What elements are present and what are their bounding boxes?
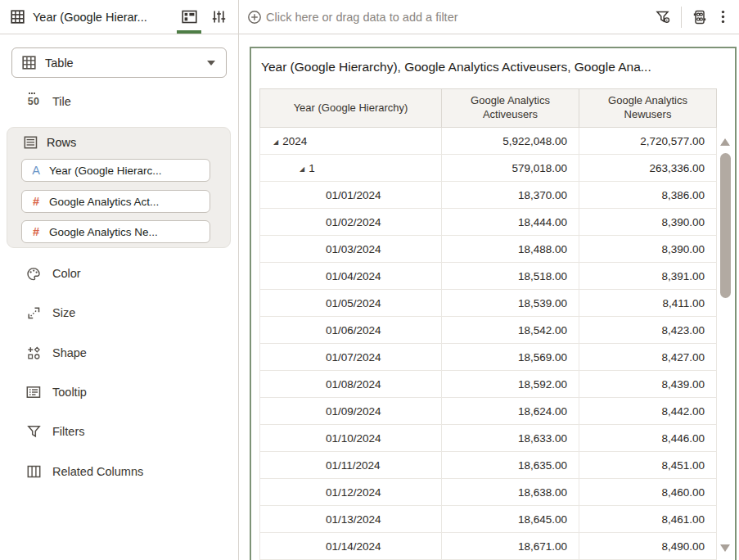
row-label-cell: ◢01/05/2024	[260, 290, 442, 317]
row-label-text: 01/05/2024	[326, 297, 381, 309]
scrollbar-thumb[interactable]	[720, 153, 731, 298]
grammar-panel-icon	[182, 10, 197, 24]
row-label-text: 2024	[282, 135, 307, 147]
table-row[interactable]: ◢01/04/2024 18,518.00 8,391.00	[260, 263, 717, 290]
cell-newusers: 8,442.00	[579, 398, 717, 425]
column-header-newusers[interactable]: Google Analytics Newusers	[579, 89, 717, 128]
pill-label: Year (Google Hierarc...	[49, 165, 162, 177]
table-viz-icon	[11, 10, 25, 24]
add-filter-dropzone[interactable]: Click here or drag data to add a filter	[247, 10, 650, 25]
viz-type-dropdown[interactable]: Table	[11, 47, 227, 78]
viz-header: Year (Google Hierar...	[0, 0, 239, 34]
scroll-down-arrow-icon[interactable]	[720, 544, 730, 552]
more-options-button[interactable]	[713, 4, 732, 30]
cell-activeusers: 18,518.00	[442, 263, 579, 290]
row-label-cell: ◢01/06/2024	[260, 317, 442, 344]
data-settings-button[interactable]	[687, 4, 713, 30]
tile-label: Tile	[52, 95, 71, 108]
table-row[interactable]: ◢01/07/2024 18,569.00 8,427.00	[260, 344, 717, 371]
drop-target-filters[interactable]: Filters	[0, 418, 238, 445]
table-header-row: Year (Google Hierarchy) Google Analytics…	[260, 89, 717, 128]
filter-bar: Click here or drag data to add a filter	[240, 0, 739, 34]
row-label-cell: ◢01/02/2024	[260, 209, 442, 236]
tooltip-icon	[25, 386, 43, 399]
filter-settings-button[interactable]	[650, 4, 676, 30]
table-row[interactable]: ◢01/01/2024 18,370.00 8,386.00	[260, 182, 717, 209]
row-label-text: 01/12/2024	[326, 486, 381, 499]
table-viz-icon	[22, 56, 36, 70]
tab-properties-panel[interactable]	[204, 0, 233, 34]
grammar-panel: Table 50 Tile Rows A Y	[0, 34, 239, 560]
row-label-text: 01/03/2024	[326, 243, 381, 255]
tile-icon: 50	[25, 96, 43, 107]
expand-triangle-icon[interactable]: ◢	[273, 138, 278, 146]
drop-target-shape[interactable]: Shape	[0, 340, 238, 366]
table-row[interactable]: ◢01/12/2024 18,638.00 8,460.00	[260, 479, 717, 506]
pill-label: Google Analytics Ne...	[49, 226, 158, 238]
row-label-text: 01/04/2024	[326, 270, 381, 282]
table-row[interactable]: ◢01/06/2024 18,542.00 8,423.00	[260, 317, 717, 344]
table-row[interactable]: ◢01/03/2024 18,488.00 8,390.00	[260, 236, 717, 263]
drop-target-color[interactable]: Color	[0, 260, 238, 287]
rows-drop-area[interactable]: Rows A Year (Google Hierarc... # Google …	[7, 127, 231, 248]
table-row[interactable]: ◢2024 5,922,048.00 2,720,577.00	[260, 128, 717, 155]
vertical-scrollbar[interactable]	[719, 138, 732, 552]
table-row[interactable]: ◢01/13/2024 18,645.00 8,461.00	[260, 506, 717, 533]
tab-grammar-panel[interactable]	[174, 0, 204, 34]
row-label-cell: ◢01/03/2024	[260, 236, 442, 263]
cell-newusers: 263,336.00	[579, 155, 717, 182]
row-label-text: 01/11/2024	[326, 459, 381, 472]
table-row[interactable]: ◢01/09/2024 18,624.00 8,442.00	[260, 398, 717, 425]
toolbar-actions	[650, 4, 732, 30]
add-filter-placeholder: Click here or drag data to add a filter	[266, 11, 458, 24]
drop-target-size[interactable]: Size	[0, 300, 238, 326]
cell-activeusers: 18,592.00	[442, 371, 579, 398]
cell-newusers: 8,386.00	[579, 182, 717, 209]
column-header-activeusers[interactable]: Google Analytics Activeusers	[442, 89, 579, 128]
row-label-cell: ◢01/04/2024	[260, 263, 442, 290]
table-visualization[interactable]: Year (Google Hierarchy), Google Analytic…	[250, 47, 737, 560]
table-row[interactable]: ◢1 579,018.00 263,336.00	[260, 155, 717, 182]
row-label-cell: ◢2024	[260, 128, 442, 155]
pill-newusers[interactable]: # Google Analytics Ne...	[21, 220, 210, 243]
table-row[interactable]: ◢01/10/2024 18,633.00 8,446.00	[260, 425, 717, 452]
cell-activeusers: 18,444.00	[442, 209, 579, 236]
table-row[interactable]: ◢01/08/2024 18,592.00 8,439.00	[260, 371, 717, 398]
row-label-cell: ◢01/09/2024	[260, 398, 442, 425]
table-row[interactable]: ◢01/14/2024 18,671.00 8,490.00	[260, 533, 717, 560]
column-header-year[interactable]: Year (Google Hierarchy)	[260, 89, 442, 128]
top-toolbar: Year (Google Hierar...	[0, 0, 739, 34]
viz-type-selected-label: Table	[45, 56, 207, 70]
size-icon	[25, 306, 43, 320]
cell-newusers: 2,720,577.00	[579, 128, 717, 155]
cell-newusers: 8,439.00	[579, 371, 717, 398]
drop-target-related-columns[interactable]: Related Columns	[0, 458, 238, 485]
row-label-text: 01/09/2024	[326, 405, 381, 418]
cell-newusers: 8,451.00	[579, 452, 717, 479]
drop-target-tile[interactable]: 50 Tile	[0, 88, 238, 115]
row-label-cell: ◢01/10/2024	[260, 425, 442, 452]
table-row[interactable]: ◢01/02/2024 18,444.00 8,390.00	[260, 209, 717, 236]
cell-activeusers: 18,569.00	[442, 344, 579, 371]
table-viz-title: Year (Google Hierarchy), Google Analytic…	[261, 60, 651, 75]
attribute-icon: A	[30, 164, 42, 177]
shape-label: Shape	[52, 346, 87, 359]
table-row[interactable]: ◢01/05/2024 18,539.00 8,411.00	[260, 290, 717, 317]
cell-activeusers: 18,633.00	[442, 425, 579, 452]
drop-target-tooltip[interactable]: Tooltip	[0, 379, 238, 405]
cell-activeusers: 18,488.00	[442, 236, 579, 263]
expand-triangle-icon[interactable]: ◢	[300, 165, 304, 173]
cell-activeusers: 18,542.00	[442, 317, 579, 344]
chevron-down-icon	[207, 61, 215, 65]
color-label: Color	[52, 267, 81, 280]
pill-year-hierarchy[interactable]: A Year (Google Hierarc...	[21, 159, 210, 182]
rows-label: Rows	[47, 136, 76, 149]
data-table: Year (Google Hierarchy) Google Analytics…	[259, 88, 717, 560]
size-label: Size	[52, 306, 75, 319]
scroll-up-arrow-icon[interactable]	[720, 138, 730, 146]
measure-icon: #	[30, 195, 42, 208]
table-row[interactable]: ◢01/11/2024 18,635.00 8,451.00	[260, 452, 717, 479]
pill-label: Google Analytics Act...	[49, 196, 159, 208]
cell-activeusers: 18,638.00	[442, 479, 579, 506]
pill-activeusers[interactable]: # Google Analytics Act...	[21, 190, 210, 213]
